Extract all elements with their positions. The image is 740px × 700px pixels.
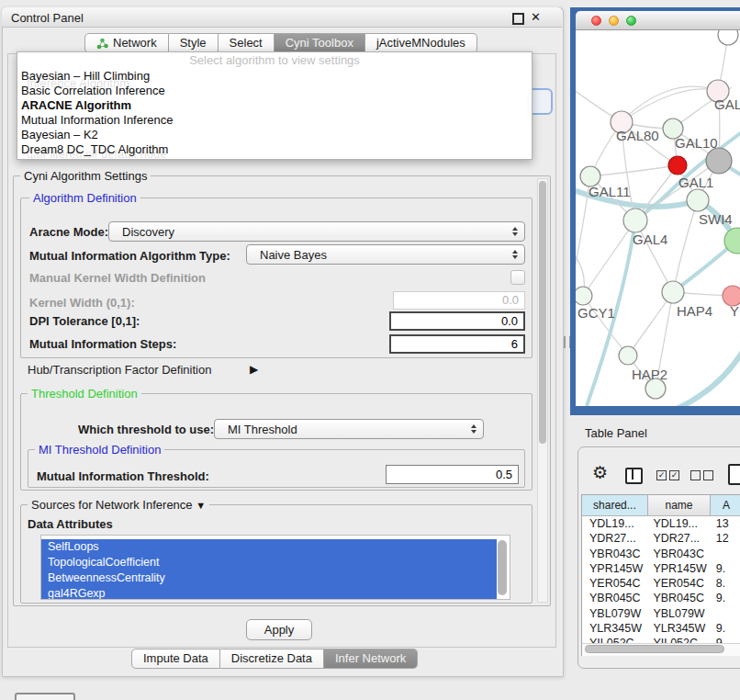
table-cell: YLR345W: [648, 621, 711, 636]
column-header-2[interactable]: A: [711, 495, 740, 515]
network-node-gal1[interactable]: [668, 156, 687, 175]
network-edge: [628, 292, 673, 356]
kernel-width-field[interactable]: 0.0: [393, 291, 525, 310]
table-row[interactable]: YBL079WYBL079W: [582, 606, 740, 621]
zoom-traffic-light-icon[interactable]: [626, 16, 636, 26]
network-edge: [590, 165, 678, 176]
data-attribute-item-gal4rgexp[interactable]: gal4RGexp: [41, 586, 497, 600]
mi-threshold-field[interactable]: 0.5: [386, 465, 519, 484]
which-threshold-combo[interactable]: MI Threshold: [214, 419, 484, 439]
checked-box-icon: ✓: [669, 470, 679, 480]
table-cell: YBR043C: [582, 547, 648, 561]
tab-impute-data[interactable]: Impute Data: [131, 649, 220, 669]
tab-cyni-toolbox[interactable]: Cyni Toolbox: [275, 33, 365, 53]
algorithm-option-bayesian-k2[interactable]: Bayesian – K2: [17, 128, 532, 142]
dpi-tolerance-field[interactable]: 0.0: [389, 311, 525, 331]
collapse-arrow-icon[interactable]: ▼: [196, 500, 206, 511]
table-row[interactable]: YLR345WYLR345W9.: [582, 621, 740, 636]
close-icon[interactable]: ✕: [531, 10, 541, 24]
aracne-mode-value: Discovery: [122, 225, 174, 239]
gear-icon[interactable]: ⚙: [592, 462, 608, 483]
tab-label: Cyni Toolbox: [286, 34, 353, 52]
network-node[interactable]: [706, 148, 732, 174]
control-panel-titlebar[interactable]: [2, 7, 562, 28]
network-node[interactable]: [718, 30, 738, 45]
expand-arrow-icon[interactable]: ▶: [250, 363, 258, 376]
combo-arrows-icon: [512, 227, 518, 236]
column-header-0[interactable]: shared...: [582, 495, 648, 515]
float-window-icon[interactable]: [512, 13, 524, 25]
checked-box-icon: ✓: [656, 470, 667, 480]
table-cell: YLR345W: [582, 621, 648, 636]
settings-scrollbar-thumb[interactable]: [539, 181, 546, 444]
network-node-hap2[interactable]: [619, 346, 637, 365]
node-table: shared...nameA YDL19...YDL19...13YDR27..…: [581, 494, 740, 656]
deselect-all-columns-icon[interactable]: [690, 470, 713, 480]
which-threshold-label: Which threshold to use:: [78, 423, 214, 436]
hub-definition-label[interactable]: Hub/Transcription Factor Definition: [28, 364, 211, 377]
data-attribute-item-selfloops[interactable]: SelfLoops: [41, 539, 497, 555]
table-cell: YPR145W: [582, 561, 648, 576]
dpi-tolerance-label: DPI Tolerance [0,1]:: [29, 315, 140, 328]
network-canvas[interactable]: GALGAL80GAL10GAL1GAL11SWI4GAL4GCY1HAP4YH…: [576, 30, 740, 406]
table-row[interactable]: YDL19...YDL19...13: [582, 516, 740, 531]
screen: Control Panel ✕ NetworkStyleSelectCyni T…: [0, 0, 740, 700]
manual-kernel-width-checkbox[interactable]: [510, 270, 525, 285]
tab-select[interactable]: Select: [219, 33, 275, 53]
attributes-scrollbar-thumb[interactable]: [498, 540, 507, 595]
apply-button[interactable]: Apply: [246, 619, 312, 640]
kernel-width-label: Kernel Width (0,1):: [29, 297, 135, 310]
tab-label: Infer Network: [335, 649, 406, 668]
unchecked-box-icon: [690, 470, 701, 480]
algorithm-option-basic-correlation-inference[interactable]: Basic Correlation Inference: [17, 84, 532, 98]
mi-algorithm-type-value: Naive Bayes: [260, 248, 327, 262]
table-cell: [712, 606, 740, 621]
table-row[interactable]: YER054CYER054C8.: [582, 576, 740, 591]
table-row[interactable]: YBR045CYBR045C9.: [582, 591, 740, 605]
combo-arrows-icon: [512, 250, 518, 259]
network-edge: [677, 350, 740, 406]
columns-icon[interactable]: [625, 468, 643, 484]
tab-label: jActiveMNodules: [376, 34, 465, 52]
table-cell: YDL19...: [582, 516, 648, 531]
data-attributes-list[interactable]: SelfLoopsTopologicalCoefficientBetweenne…: [40, 535, 510, 600]
network-node-hap4[interactable]: [662, 281, 684, 303]
node-label: GAL1: [678, 175, 713, 190]
tab-label: Impute Data: [143, 649, 208, 668]
combo-arrows-icon: [471, 424, 477, 434]
tab-jactivemnodules[interactable]: jActiveMNodules: [365, 33, 477, 53]
data-attribute-item-topologicalcoefficient[interactable]: TopologicalCoefficient: [41, 555, 497, 570]
table-row[interactable]: YPR145WYPR145W9.: [582, 561, 740, 576]
tab-label: Discretize Data: [231, 649, 312, 668]
algorithm-option-aracne-algorithm[interactable]: ARACNE Algorithm: [17, 98, 532, 113]
minimize-traffic-light-icon[interactable]: [609, 16, 619, 26]
minimized-panel-fragment: [15, 693, 75, 700]
select-all-columns-icon[interactable]: ✓ ✓: [656, 470, 679, 480]
algorithm-option-dream8-dc-tdc-algorithm[interactable]: Dream8 DC_TDC Algorithm: [17, 142, 532, 157]
mi-algorithm-type-combo[interactable]: Naive Bayes: [246, 244, 525, 265]
algorithm-option-bayesian-hill-climbing[interactable]: Bayesian – Hill Climbing: [17, 69, 532, 84]
tab-discretize-data[interactable]: Discretize Data: [220, 649, 324, 669]
table-cell: 9.: [712, 621, 740, 636]
popup-list: Bayesian – Hill ClimbingBasic Correlatio…: [17, 69, 532, 157]
data-attribute-item-betweennesscentrality[interactable]: BetweennessCentrality: [41, 570, 497, 586]
node-label: HAP4: [677, 303, 712, 319]
column-header-1[interactable]: name: [648, 495, 711, 515]
tab-network[interactable]: Network: [84, 33, 169, 53]
table-cell: 9.: [712, 561, 740, 576]
network-node-gal4[interactable]: [623, 209, 647, 232]
mi-steps-field[interactable]: 6: [389, 334, 525, 354]
table-hscrollbar-thumb[interactable]: [585, 645, 724, 653]
new-table-icon[interactable]: [728, 464, 740, 485]
algorithm-option-mutual-information-inference[interactable]: Mutual Information Inference: [17, 113, 532, 128]
network-edge: [622, 86, 718, 122]
table-row[interactable]: YDR27...YDR27...12: [582, 531, 740, 546]
tab-style[interactable]: Style: [169, 33, 219, 53]
close-traffic-light-icon[interactable]: [591, 16, 601, 26]
aracne-mode-combo[interactable]: Discovery: [108, 221, 525, 242]
network-node-gcy1[interactable]: [576, 287, 592, 305]
table-cell: 12: [712, 531, 740, 546]
network-node-swi4[interactable]: [687, 189, 709, 211]
table-row[interactable]: YBR043CYBR043C: [582, 547, 740, 561]
tab-infer-network[interactable]: Infer Network: [324, 649, 418, 669]
